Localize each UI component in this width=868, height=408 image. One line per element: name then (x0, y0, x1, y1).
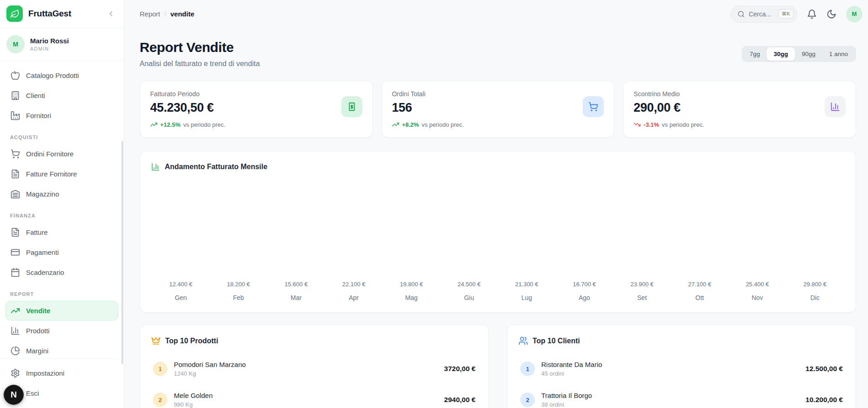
file-text-icon (10, 227, 20, 237)
chart-column: 18.200 € Feb (209, 281, 267, 301)
sidebar-item-label: Vendite (26, 307, 50, 315)
chart-month-label: Giu (440, 294, 498, 301)
sidebar-item-clienti[interactable]: Clienti (5, 86, 118, 105)
sidebar-collapse-button[interactable] (105, 7, 117, 20)
sidebar-item-vendite[interactable]: Vendite (5, 301, 118, 320)
kpi-label: Scontrino Medio (633, 90, 704, 98)
top-clients-list: 1 Ristorante Da Mario 45 ordini 12.500,0… (518, 357, 845, 408)
dark-mode-toggle[interactable] (826, 9, 837, 19)
sidebar-item-label: Margini (26, 347, 48, 355)
sidebar-section-label-report: REPORT (5, 283, 118, 301)
period-button-1-anno[interactable]: 1 anno (822, 47, 855, 61)
banknote-icon (347, 102, 357, 112)
chart-value-label: 23.900 € (613, 281, 671, 288)
user-menu-avatar[interactable]: M (846, 6, 863, 22)
sidebar-item-impostazioni[interactable]: Impostazioni (5, 363, 118, 383)
sidebar-item-scadenzario[interactable]: Scadenzario (5, 263, 118, 282)
list-item[interactable]: 1 Pomodori San Marzano 1240 Kg 3720,00 € (151, 357, 477, 381)
item-amount: 10.200,00 € (805, 396, 843, 404)
top-products-list: 1 Pomodori San Marzano 1240 Kg 3720,00 €… (151, 357, 477, 408)
kpi-card-scontrino-medio: Scontrino Medio 290,00 € -3.1% vs period… (623, 81, 856, 138)
kpi-delta-caption: vs periodo prec. (662, 121, 704, 128)
bar-chart-icon (10, 326, 20, 336)
kpi-icon-box (341, 96, 362, 117)
user-card: M Mario Rossi ADMIN (0, 28, 124, 61)
kpi-value: 290,00 € (633, 101, 704, 115)
page-content: Report Vendite Analisi del fatturato e t… (124, 28, 868, 408)
kpi-icon-box (825, 96, 846, 117)
rank-badge: 1 (520, 362, 535, 376)
bar-chart-icon (830, 102, 840, 112)
sidebar-item-catalogo-prodotti[interactable]: Catalogo Prodotti (5, 66, 118, 85)
item-name: Trattoria Il Borgo (541, 392, 592, 399)
chart-axis-labels: 12.400 € Gen 18.200 € Feb 15.600 € Mar 2… (151, 281, 845, 301)
list-item[interactable]: 2 Mele Golden 980 Kg 2940,00 € (151, 388, 477, 408)
top-products-header: Top 10 Prodotti (151, 336, 477, 346)
nextjs-dev-badge[interactable]: N (4, 385, 24, 405)
bell-icon (807, 9, 817, 19)
top-products-title: Top 10 Prodotti (165, 337, 218, 345)
chart-column: 19.800 € Mag (382, 281, 440, 301)
kpi-delta-caption: vs periodo prec. (183, 121, 225, 128)
trending-down-icon (633, 121, 641, 128)
search-input[interactable]: Cerca... ⌘K (731, 5, 797, 23)
chart-column: 21.300 € Lug (498, 281, 555, 301)
chart-month-label: Mar (267, 294, 325, 301)
sidebar-item-label: Fatture (26, 228, 48, 236)
trending-up-icon (10, 306, 20, 315)
chart-month-label: Ago (555, 294, 613, 301)
credit-card-icon (10, 248, 20, 257)
sidebar-item-label: Ordini Fornitore (26, 150, 73, 158)
sidebar-item-margini[interactable]: Margini (5, 341, 118, 358)
apple-icon (10, 71, 20, 80)
chart-month-label: Feb (209, 294, 267, 301)
breadcrumb-parent[interactable]: Report (140, 10, 160, 18)
sidebar-item-label: Magazzino (26, 190, 59, 198)
topbar: Report / vendite Cerca... ⌘K M (124, 0, 868, 28)
search-icon (737, 10, 745, 18)
sidebar-scrollbar[interactable] (121, 141, 123, 364)
sidebar-item-pagamenti[interactable]: Pagamenti (5, 243, 118, 262)
chart-column: 25.400 € Nov (728, 281, 786, 301)
period-button-7gg[interactable]: 7gg (743, 47, 767, 61)
chart-value-label: 16.700 € (555, 281, 613, 288)
sidebar-section-label-finanza: FINANZA (5, 204, 118, 222)
item-amount: 3720,00 € (444, 365, 476, 373)
chart-month-label: Ott (671, 294, 728, 301)
sidebar-item-fatture-fornitore[interactable]: Fatture Fornitore (5, 164, 118, 184)
cart-icon (10, 149, 20, 159)
cart-icon (588, 102, 598, 112)
user-avatar: M (6, 35, 25, 53)
sidebar-item-prodotti[interactable]: Prodotti (5, 321, 118, 341)
chart-value-label: 27.100 € (671, 281, 728, 288)
kpi-icon-box (583, 96, 604, 117)
period-button-30gg[interactable]: 30gg (767, 47, 795, 61)
chart-month-label: Gen (152, 294, 209, 301)
breadcrumb: Report / vendite (140, 10, 194, 18)
list-item[interactable]: 2 Trattoria Il Borgo 38 ordini 10.200,00… (518, 388, 845, 408)
top-products-card: Top 10 Prodotti 1 Pomodori San Marzano 1… (140, 325, 489, 408)
sidebar-item-ordini-fornitore[interactable]: Ordini Fornitore (5, 144, 118, 164)
chart-title: Andamento Fatturato Mensile (165, 163, 267, 171)
sidebar-item-fornitori[interactable]: Fornitori (5, 106, 118, 125)
chart-month-label: Apr (325, 294, 382, 301)
kpi-delta-value: +8.2% (402, 121, 419, 128)
kpi-label: Ordini Totali (392, 90, 464, 98)
chart-value-label: 25.400 € (728, 281, 786, 288)
notifications-button[interactable] (807, 9, 817, 19)
breadcrumb-current: vendite (170, 10, 194, 18)
chart-column: 23.900 € Set (613, 281, 671, 301)
file-text-icon (10, 169, 20, 179)
sidebar-item-fatture[interactable]: Fatture (5, 222, 118, 242)
list-item[interactable]: 1 Ristorante Da Mario 45 ordini 12.500,0… (518, 357, 845, 381)
sidebar-item-label: Impostazioni (26, 369, 64, 377)
users-icon (518, 336, 528, 346)
page-subtitle: Analisi del fatturato e trend di vendita (140, 60, 260, 68)
leaf-icon (10, 9, 20, 19)
item-detail: 980 Kg (174, 401, 213, 408)
sidebar-item-magazzino[interactable]: Magazzino (5, 184, 118, 204)
kpi-delta-value: +12.5% (160, 121, 180, 128)
period-toggle: 7gg30gg90gg1 anno (742, 46, 856, 62)
period-button-90gg[interactable]: 90gg (795, 47, 822, 61)
kpi-delta: -3.1% vs periodo prec. (633, 121, 704, 128)
